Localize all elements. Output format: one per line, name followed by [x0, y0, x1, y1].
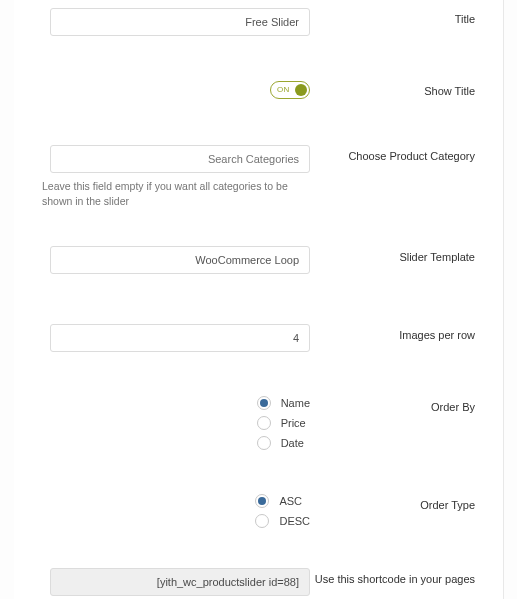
- label-images-per-row: Images per row: [310, 324, 475, 343]
- title-input[interactable]: [50, 8, 310, 36]
- images-per-row-input[interactable]: [50, 324, 310, 352]
- field-title: [42, 8, 310, 36]
- radio-label: ASC: [279, 495, 302, 507]
- row-shortcode: Use this shortcode in your pages: [42, 568, 475, 596]
- radio-icon: [257, 396, 271, 410]
- row-show-title: Show Title ON: [42, 80, 475, 99]
- order-by-option-name[interactable]: Name: [257, 396, 310, 410]
- label-order-type: Order Type: [310, 494, 475, 513]
- label-title: Title: [310, 8, 475, 27]
- radio-icon: [255, 514, 269, 528]
- category-search-input[interactable]: [50, 145, 310, 173]
- order-type-option-asc[interactable]: ASC: [255, 494, 310, 508]
- radio-label: Date: [281, 437, 304, 449]
- toggle-knob: [295, 84, 307, 96]
- row-category: Choose Product Category Leave this field…: [42, 145, 475, 208]
- field-show-title: ON: [42, 80, 310, 99]
- row-order-by: Order By Name Price Date: [42, 396, 475, 456]
- radio-label: Price: [281, 417, 306, 429]
- field-order-by: Name Price Date: [42, 396, 310, 456]
- row-template: Slider Template: [42, 246, 475, 274]
- order-type-option-desc[interactable]: DESC: [255, 514, 310, 528]
- label-show-title: Show Title: [310, 80, 475, 99]
- category-helper-text: Leave this field empty if you want all c…: [42, 179, 310, 208]
- show-title-toggle[interactable]: ON: [270, 81, 310, 99]
- template-select[interactable]: [50, 246, 310, 274]
- toggle-state-text: ON: [277, 85, 289, 94]
- field-shortcode: [42, 568, 310, 596]
- row-images-per-row: Images per row: [42, 324, 475, 352]
- radio-label: DESC: [279, 515, 310, 527]
- order-by-option-price[interactable]: Price: [257, 416, 310, 430]
- field-order-type: ASC DESC: [42, 494, 310, 534]
- radio-icon: [255, 494, 269, 508]
- order-by-radio-group: Name Price Date: [257, 396, 310, 456]
- shortcode-output[interactable]: [50, 568, 310, 596]
- radio-icon: [257, 416, 271, 430]
- field-images-per-row: [42, 324, 310, 352]
- radio-label: Name: [281, 397, 310, 409]
- label-order-by: Order By: [310, 396, 475, 415]
- settings-panel: Title Show Title ON Choose Product Categ…: [14, 0, 504, 599]
- field-template: [42, 246, 310, 274]
- label-category: Choose Product Category: [310, 145, 475, 164]
- row-order-type: Order Type ASC DESC: [42, 494, 475, 534]
- label-template: Slider Template: [310, 246, 475, 265]
- row-title: Title: [42, 8, 475, 36]
- order-type-radio-group: ASC DESC: [255, 494, 310, 534]
- radio-icon: [257, 436, 271, 450]
- order-by-option-date[interactable]: Date: [257, 436, 310, 450]
- field-category: Leave this field empty if you want all c…: [42, 145, 310, 208]
- label-shortcode: Use this shortcode in your pages: [310, 568, 475, 587]
